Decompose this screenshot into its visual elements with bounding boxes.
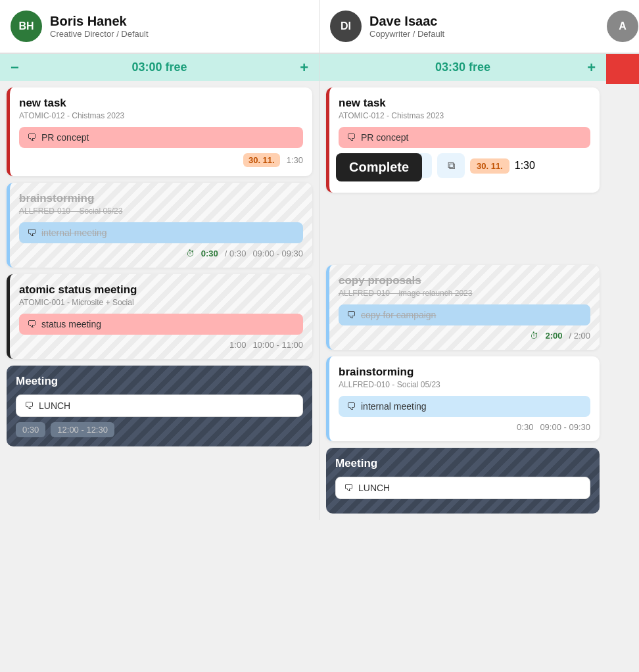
message-icon: 🗨 — [346, 401, 356, 412]
left-time-bar: − 03:00 free + — [0, 54, 319, 81]
message-icon: 🗨 — [24, 400, 34, 411]
right-new-task-date: 30. 11. — [470, 158, 509, 174]
left-new-task-pill[interactable]: 🗨 PR concept — [19, 127, 303, 148]
right-copy-subtitle: ALLFRED-010 – image relaunch 2023 — [339, 289, 590, 298]
left-brainstorm-footer: ⏱ 0:30 / 0:30 09:00 - 09:30 — [19, 249, 303, 258]
message-icon: 🗨 — [346, 132, 356, 143]
left-atomic-pill[interactable]: 🗨 status meeting — [19, 314, 303, 335]
right-brainstorm-pill[interactable]: 🗨 internal meeting — [339, 396, 590, 417]
left-atomic-footer: 1:00 10:00 - 11:00 — [19, 340, 303, 350]
right-lunch-pill[interactable]: 🗨 LUNCH — [335, 477, 590, 499]
copy-btn[interactable]: ⧉ — [437, 153, 465, 178]
right-user-name: Dave Isaac — [369, 14, 444, 29]
left-brainstorm-subtitle: ALLFRED-010 – Social 05/23 — [19, 206, 303, 216]
right-meeting-lunch-card: Meeting 🗨 LUNCH — [326, 448, 600, 514]
right-copy-tracked: 2:00 — [545, 331, 562, 341]
clock-icon: ⏱ — [186, 249, 195, 258]
message-icon: 🗨 — [27, 319, 36, 329]
left-brainstorm-pill[interactable]: 🗨 internal meeting — [19, 222, 303, 243]
right-copy-pill[interactable]: 🗨 copy for campaign — [339, 304, 590, 325]
right-brainstorm-footer: 0:30 09:00 - 09:30 — [339, 422, 590, 432]
right-cards-container: new task ATOMIC-012 - Chistmas 2023 🗨 PR… — [320, 81, 606, 520]
stub-cards — [606, 84, 639, 520]
message-icon: 🗨 — [346, 310, 356, 320]
message-icon: 🗨 — [344, 483, 353, 493]
right-user-role: Copywriter / Default — [369, 29, 444, 39]
left-new-task-title: new task — [19, 97, 303, 110]
right-new-task-duration: 1:30 — [515, 160, 535, 172]
left-free-time: 03:00 free — [131, 60, 187, 74]
left-new-task-card: new task ATOMIC-012 - Chistmas 2023 🗨 PR… — [7, 87, 312, 176]
avatar-di: DI — [330, 11, 362, 42]
left-atomic-time-range: 10:00 - 11:00 — [252, 340, 303, 350]
left-lunch-footer: 0:30 12:00 - 12:30 — [16, 422, 303, 437]
stub-avatar: A — [607, 11, 638, 42]
right-copy-footer: ⏱ 2:00 / 2:00 — [339, 331, 590, 341]
left-user-name: Boris Hanek — [50, 14, 149, 29]
right-new-task-pill[interactable]: 🗨 PR concept — [339, 127, 590, 148]
left-atomic-title: atomic status meeting — [19, 283, 303, 297]
clock-icon: ⏱ — [530, 331, 538, 341]
right-copy-proposals-card: copy proposals ALLFRED-010 – image relau… — [326, 265, 600, 350]
stub-header: A — [606, 0, 639, 54]
right-free-time: 03:30 free — [435, 60, 490, 74]
left-lunch-pill[interactable]: 🗨 LUNCH — [16, 395, 303, 417]
left-new-task-footer: 30. 11. 1:30 — [19, 153, 303, 167]
right-meeting-lunch-title: Meeting — [335, 457, 590, 470]
left-lunch-duration: 0:30 — [16, 422, 45, 437]
right-copy-title: copy proposals — [339, 274, 590, 287]
right-new-task-card: new task ATOMIC-012 - Chistmas 2023 🗨 PR… — [326, 87, 600, 193]
complete-tooltip[interactable]: Complete — [336, 153, 422, 181]
left-brainstorm-title: brainstorming — [19, 192, 303, 205]
right-brainstorming-card: brainstorming ALLFRED-010 - Social 05/23… — [326, 356, 600, 441]
avatar-bh: BH — [11, 11, 42, 42]
left-brainstorm-time-range: 09:00 - 09:30 — [252, 249, 303, 258]
right-brainstorm-subtitle: ALLFRED-010 - Social 05/23 — [339, 380, 590, 389]
left-atomic-duration: 1:00 — [229, 340, 246, 350]
left-brainstorming-card: brainstorming ALLFRED-010 – Social 05/23… — [7, 183, 312, 268]
left-user-info: Boris Hanek Creative Director / Default — [50, 14, 149, 39]
left-atomic-subtitle: ATOMIC-001 - Microsite + Social — [19, 298, 303, 307]
left-new-task-date: 30. 11. — [243, 153, 280, 167]
left-column-header: BH Boris Hanek Creative Director / Defau… — [0, 0, 319, 54]
left-cards-container: new task ATOMIC-012 - Chistmas 2023 🗨 PR… — [0, 81, 319, 520]
right-column-header: DI Dave Isaac Copywriter / Default — [320, 0, 606, 54]
left-meeting-lunch-card: Meeting 🗨 LUNCH 0:30 12:00 - 12:30 — [7, 366, 312, 446]
left-plus-btn[interactable]: + — [300, 59, 308, 76]
message-icon: 🗨 — [27, 228, 36, 238]
right-time-bar: 03:30 free + — [320, 54, 606, 81]
left-new-task-subtitle: ATOMIC-012 - Chistmas 2023 — [19, 111, 303, 120]
left-lunch-time-range: 12:00 - 12:30 — [51, 422, 114, 437]
left-atomic-status-card: atomic status meeting ATOMIC-001 - Micro… — [7, 274, 312, 359]
right-user-info: Dave Isaac Copywriter / Default — [369, 14, 444, 39]
right-new-task-subtitle: ATOMIC-012 - Chistmas 2023 — [339, 111, 590, 120]
left-minus-btn[interactable]: − — [11, 59, 19, 76]
left-new-task-duration: 1:30 — [287, 155, 303, 165]
right-brainstorm-time-range: 09:00 - 09:30 — [540, 422, 590, 432]
left-meeting-lunch-title: Meeting — [16, 375, 303, 388]
right-brainstorm-title: brainstorming — [339, 366, 590, 379]
left-user-role: Creative Director / Default — [50, 29, 149, 39]
stub-column: A — [606, 0, 639, 520]
left-brainstorm-tracked: 0:30 — [201, 249, 218, 258]
stub-time-bar — [606, 54, 639, 84]
right-new-task-title: new task — [339, 97, 590, 110]
message-icon: 🗨 — [27, 132, 36, 143]
right-plus-btn[interactable]: + — [587, 59, 596, 76]
right-brainstorm-duration: 0:30 — [517, 422, 533, 432]
